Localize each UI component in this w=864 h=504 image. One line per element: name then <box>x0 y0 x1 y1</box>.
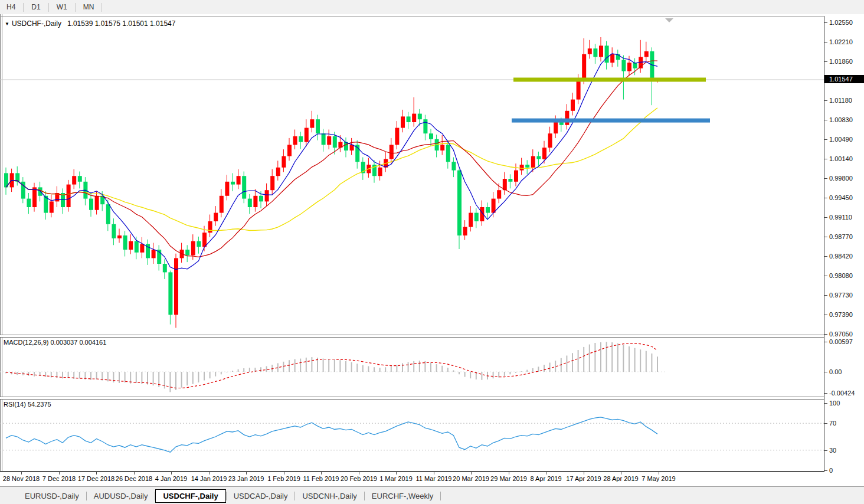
scale-tick <box>824 372 827 372</box>
date-label: 7 May 2019 <box>642 475 675 482</box>
candle-body <box>117 235 122 238</box>
macd-canvas[interactable] <box>0 336 824 397</box>
date-tick <box>246 472 247 474</box>
candle-body <box>605 45 609 63</box>
date-tick <box>621 472 621 474</box>
tab-usdchf[interactable]: USDCHF-,Daily <box>155 489 225 503</box>
candle-body <box>174 258 178 315</box>
macd-panel[interactable]: MACD(12,26,9) 0.003037 0.004161 <box>0 336 824 397</box>
candle-body <box>497 190 501 198</box>
candle-body <box>95 196 99 210</box>
main-chart-panel[interactable]: ▼USDCHF-,Daily1.01539 1.01575 1.01501 1.… <box>0 16 824 335</box>
candle-body <box>214 213 218 221</box>
scale-tick <box>824 423 827 424</box>
scale-tick <box>824 198 827 198</box>
price-scale[interactable]: 1.02550 1.02210 1.01860 1.01180 1.00830 … <box>824 14 864 472</box>
candle-body <box>237 176 241 184</box>
candle-body <box>548 133 552 148</box>
macd-scale-label: 0.00 <box>829 368 842 375</box>
scale-tick <box>824 295 827 296</box>
candle-body <box>423 119 427 133</box>
scale-tick <box>824 120 827 120</box>
rsi-canvas[interactable] <box>0 398 824 471</box>
date-label: 14 Jan 2019 <box>191 475 227 482</box>
date-label: 4 Jan 2019 <box>155 475 187 482</box>
candle-body <box>429 133 433 139</box>
rsi-panel[interactable]: RSI(14) 54.2375 <box>0 398 824 471</box>
candle-body <box>50 201 54 212</box>
tab-usdcad[interactable]: USDCAD-,Daily <box>227 489 295 503</box>
toolbar-separator <box>48 3 49 12</box>
timeframe-button-w1[interactable]: W1 <box>51 1 73 13</box>
price-scale-label: 0.99450 <box>829 194 853 201</box>
date-tick <box>134 472 135 474</box>
tab-eurusd[interactable]: EURUSD-,Daily <box>18 489 86 503</box>
candle-body <box>220 196 224 213</box>
candle-body <box>469 213 473 227</box>
candle-body <box>333 136 337 148</box>
date-tick <box>509 472 509 474</box>
candle-body <box>633 63 637 68</box>
candle-body <box>474 213 479 221</box>
price-scale-label: 1.00140 <box>829 155 853 162</box>
ma-medium-red-line <box>6 61 657 257</box>
tab-usdcnh[interactable]: USDCNH-,Daily <box>295 489 364 503</box>
date-tick <box>209 472 210 474</box>
candle-body <box>282 156 286 168</box>
date-tick <box>471 472 472 474</box>
ma-slow-yellow-line <box>6 108 657 231</box>
toolbar-separator <box>75 3 76 12</box>
date-tick <box>659 472 659 474</box>
timeframe-button-h4[interactable]: H4 <box>1 1 21 13</box>
date-axis: 28 Nov 2018 7 Dec 2018 17 Dec 2018 26 De… <box>0 472 824 486</box>
scale-tick <box>824 139 827 140</box>
candle-body <box>486 207 490 213</box>
date-label: 20 Feb 2019 <box>341 475 377 482</box>
timeframe-button-d1[interactable]: D1 <box>25 1 46 13</box>
candle-body <box>463 227 467 235</box>
candle-body <box>89 199 93 210</box>
price-scale-label: 0.98420 <box>829 253 853 260</box>
price-scale-label: 1.01860 <box>829 58 853 65</box>
tab-eurchf[interactable]: EURCHF-,Weekly <box>365 489 441 503</box>
resistance-band[interactable] <box>513 78 706 82</box>
symbol-tabbar: EURUSD-,DailyAUDUSD-,DailyUSDCHF-,DailyU… <box>0 487 864 504</box>
scale-tick <box>824 276 827 276</box>
scale-tick <box>824 334 827 335</box>
candle-body <box>621 60 626 71</box>
candle-body <box>418 114 422 120</box>
collapse-triangle-icon[interactable]: ▼ <box>5 21 9 27</box>
candle-body <box>135 241 139 253</box>
tab-audusd[interactable]: AUDUSD-,Daily <box>87 489 155 503</box>
candle-body <box>293 136 297 145</box>
scale-tick <box>824 256 827 257</box>
date-tick <box>321 472 322 474</box>
main-chart-canvas[interactable] <box>0 17 824 335</box>
macd-label: MACD(12,26,9) 0.003037 0.004161 <box>4 339 106 346</box>
date-tick <box>96 472 97 474</box>
scale-tick <box>824 403 827 404</box>
candle-body <box>582 54 586 80</box>
candle-body <box>129 241 133 250</box>
price-scale-label: 1.00490 <box>829 136 853 143</box>
candle-body <box>412 114 416 122</box>
support-band[interactable] <box>512 119 710 123</box>
timeframe-button-mn[interactable]: MN <box>77 1 100 13</box>
candle-body <box>531 156 535 168</box>
price-scale-label: 1.01180 <box>829 97 852 104</box>
scale-tick <box>824 22 827 23</box>
chart-title: ▼USDCHF-,Daily1.01539 1.01575 1.01501 1.… <box>5 19 175 28</box>
scale-tick <box>824 178 827 179</box>
candle-body <box>106 204 110 224</box>
chart-shift-marker-icon[interactable] <box>665 18 673 22</box>
date-label: 26 Dec 2018 <box>116 475 152 482</box>
candle-body <box>536 156 541 159</box>
candle-body <box>627 63 631 71</box>
candle-body <box>242 176 246 198</box>
chart-symbol: USDCHF-,Daily <box>12 19 61 28</box>
macd-scale-label: -0.00424 <box>829 390 855 397</box>
tabbar-scroll-corner <box>0 487 18 504</box>
candle-body <box>514 171 518 182</box>
price-scale-label: 0.97730 <box>829 292 853 299</box>
scale-tick <box>824 42 827 42</box>
